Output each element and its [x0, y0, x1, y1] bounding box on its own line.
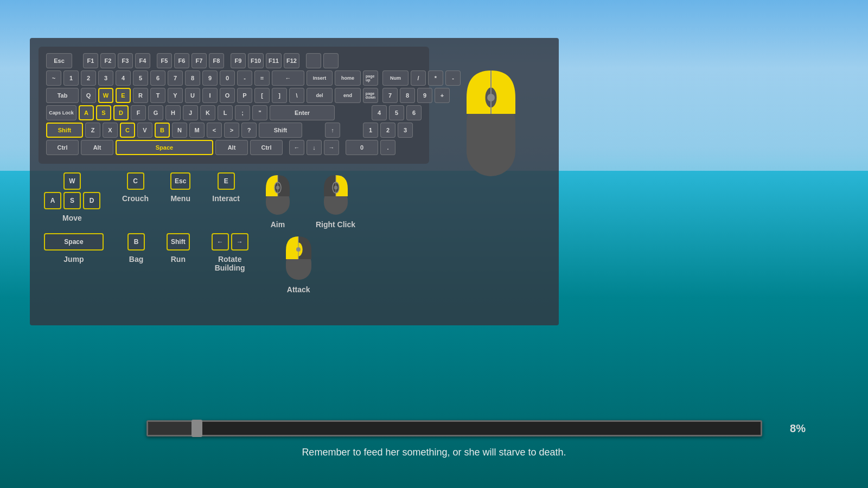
key-z[interactable]: Z	[85, 123, 100, 138]
key-numlock[interactable]: Num	[382, 70, 409, 86]
key-comma[interactable]: <	[207, 123, 222, 138]
key-g[interactable]: G	[148, 105, 163, 120]
key-lalt[interactable]: Alt	[81, 140, 113, 155]
key-rbracket[interactable]: ]	[272, 88, 287, 103]
key-e-action[interactable]: E	[218, 172, 235, 190]
key-f6[interactable]: F6	[174, 53, 189, 68]
key-capslock[interactable]: Caps Lock	[46, 105, 76, 120]
key-k[interactable]: K	[200, 105, 215, 120]
key-9[interactable]: 9	[202, 70, 218, 86]
key-minus[interactable]: -	[237, 70, 252, 86]
key-rshift[interactable]: Shift	[259, 123, 302, 138]
key-rctrl[interactable]: Ctrl	[250, 140, 283, 155]
key-t[interactable]: T	[150, 88, 165, 103]
key-num5[interactable]: 5	[389, 105, 404, 120]
key-lctrl[interactable]: Ctrl	[46, 140, 79, 155]
key-backslash[interactable]: \	[289, 88, 304, 103]
key-e[interactable]: E	[116, 88, 131, 103]
key-lshift[interactable]: Shift	[46, 123, 83, 138]
key-num9[interactable]: 9	[417, 88, 432, 103]
key-delete[interactable]: del	[307, 88, 333, 103]
key-a[interactable]: A	[79, 105, 94, 120]
key-scrlk[interactable]	[323, 53, 339, 68]
key-pageup[interactable]: page up	[363, 70, 378, 86]
key-v[interactable]: V	[137, 123, 152, 138]
key-esc-action[interactable]: Esc	[170, 172, 190, 190]
key-enter[interactable]: Enter	[270, 105, 335, 120]
key-period[interactable]: >	[224, 123, 239, 138]
key-right-rotate-action[interactable]: →	[231, 233, 248, 251]
key-f1[interactable]: F1	[83, 53, 98, 68]
key-u[interactable]: U	[185, 88, 200, 103]
key-s[interactable]: S	[96, 105, 111, 120]
key-f4[interactable]: F4	[135, 53, 150, 68]
key-j[interactable]: J	[183, 105, 198, 120]
key-home[interactable]: home	[335, 70, 361, 86]
key-w[interactable]: W	[98, 88, 113, 103]
key-d-action[interactable]: D	[83, 192, 100, 209]
key-num3[interactable]: 3	[398, 123, 413, 138]
key-f7[interactable]: F7	[192, 53, 207, 68]
key-q[interactable]: Q	[81, 88, 96, 103]
key-f9[interactable]: F9	[231, 53, 246, 68]
key-c[interactable]: C	[120, 123, 135, 138]
key-f3[interactable]: F3	[118, 53, 133, 68]
key-c-action[interactable]: C	[127, 172, 144, 190]
key-slash[interactable]: ?	[241, 123, 257, 138]
key-a-action[interactable]: A	[44, 192, 61, 209]
key-left-arrow[interactable]: ←	[289, 140, 304, 155]
key-4[interactable]: 4	[116, 70, 131, 86]
key-num-div[interactable]: /	[411, 70, 426, 86]
key-tilde[interactable]: ~	[46, 70, 61, 86]
key-num4[interactable]: 4	[372, 105, 387, 120]
key-end[interactable]: end	[335, 88, 361, 103]
key-ralt[interactable]: Alt	[215, 140, 248, 155]
key-s-action[interactable]: S	[63, 192, 81, 209]
key-esc[interactable]: Esc	[46, 53, 72, 68]
key-insert[interactable]: Insert	[307, 70, 333, 86]
key-n[interactable]: N	[172, 123, 187, 138]
key-r[interactable]: R	[133, 88, 148, 103]
key-b-action[interactable]: B	[127, 233, 145, 251]
key-f11[interactable]: F11	[266, 53, 282, 68]
key-h[interactable]: H	[165, 105, 181, 120]
key-num-mul[interactable]: *	[428, 70, 443, 86]
key-space[interactable]: Space	[116, 140, 213, 155]
key-num8[interactable]: 8	[400, 88, 415, 103]
key-x[interactable]: X	[103, 123, 118, 138]
key-num7[interactable]: 7	[382, 88, 398, 103]
key-f2[interactable]: F2	[100, 53, 116, 68]
key-prtsc[interactable]	[306, 53, 321, 68]
key-f5[interactable]: F5	[157, 53, 172, 68]
key-semicolon[interactable]: ;	[235, 105, 250, 120]
key-w-action[interactable]: W	[63, 172, 81, 190]
key-y[interactable]: Y	[168, 88, 183, 103]
key-2[interactable]: 2	[81, 70, 96, 86]
key-f8[interactable]: F8	[209, 53, 224, 68]
key-num0[interactable]: 0	[346, 140, 378, 155]
key-right-arrow[interactable]: →	[324, 140, 339, 155]
key-8[interactable]: 8	[185, 70, 200, 86]
key-backspace[interactable]: ←	[272, 70, 304, 86]
key-o[interactable]: O	[220, 88, 235, 103]
key-equals[interactable]: =	[254, 70, 270, 86]
key-num1[interactable]: 1	[363, 123, 378, 138]
key-d[interactable]: D	[113, 105, 129, 120]
key-1[interactable]: 1	[63, 70, 79, 86]
key-6[interactable]: 6	[150, 70, 165, 86]
key-0[interactable]: 0	[220, 70, 235, 86]
key-num6[interactable]: 6	[406, 105, 422, 120]
key-left-rotate-action[interactable]: ←	[212, 233, 229, 251]
key-up-arrow[interactable]: ↑	[325, 123, 340, 138]
key-tab[interactable]: Tab	[46, 88, 79, 103]
key-l[interactable]: L	[218, 105, 233, 120]
key-3[interactable]: 3	[98, 70, 113, 86]
key-f12[interactable]: F12	[284, 53, 299, 68]
key-num2[interactable]: 2	[380, 123, 395, 138]
key-shift-action[interactable]: Shift	[167, 233, 190, 251]
key-quote[interactable]: "	[252, 105, 267, 120]
key-i[interactable]: I	[202, 88, 218, 103]
progress-handle[interactable]	[192, 420, 202, 437]
key-num-dot[interactable]: .	[380, 140, 395, 155]
key-f[interactable]: F	[131, 105, 146, 120]
